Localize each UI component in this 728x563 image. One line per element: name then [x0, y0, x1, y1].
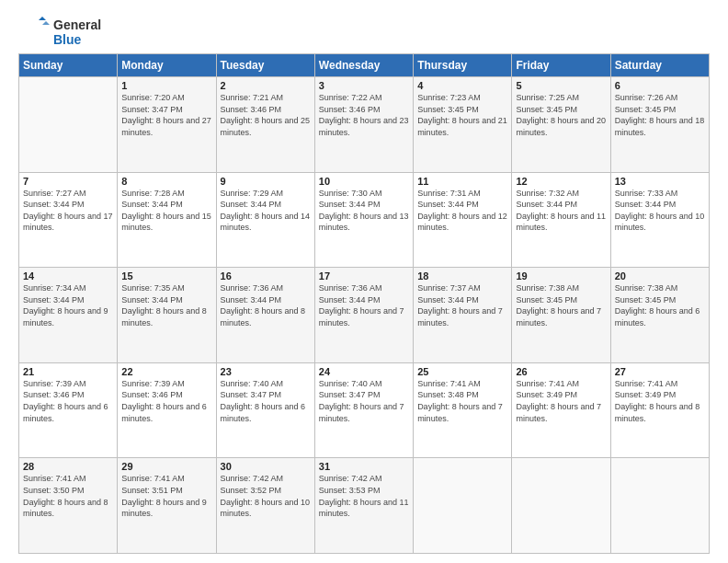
day-number: 9 [221, 176, 311, 187]
day-info: Sunrise: 7:38 AMSunset: 3:45 PMDaylight:… [516, 282, 606, 328]
logo-general-text: General [53, 17, 101, 32]
day-number: 2 [221, 80, 311, 91]
day-info: Sunrise: 7:29 AMSunset: 3:44 PMDaylight:… [221, 188, 311, 234]
day-number: 21 [23, 366, 113, 377]
day-info: Sunrise: 7:27 AMSunset: 3:44 PMDaylight:… [23, 188, 113, 234]
calendar-cell [512, 458, 610, 554]
calendar-cell: 7Sunrise: 7:27 AMSunset: 3:44 PMDaylight… [19, 172, 118, 268]
day-number: 26 [516, 366, 606, 377]
calendar-cell: 31Sunrise: 7:42 AMSunset: 3:53 PMDayligh… [314, 458, 413, 554]
calendar-cell: 18Sunrise: 7:37 AMSunset: 3:44 PMDayligh… [414, 268, 512, 363]
day-number: 20 [615, 270, 705, 282]
day-info: Sunrise: 7:39 AMSunset: 3:46 PMDaylight:… [121, 378, 211, 424]
day-number: 29 [121, 461, 211, 472]
weekday-header: Saturday [610, 54, 709, 77]
day-number: 10 [319, 176, 409, 187]
day-number: 13 [615, 176, 705, 187]
day-number: 17 [319, 270, 409, 282]
calendar-cell: 2Sunrise: 7:21 AMSunset: 3:46 PMDaylight… [216, 77, 314, 173]
day-number: 22 [121, 366, 211, 377]
day-info: Sunrise: 7:42 AMSunset: 3:52 PMDaylight:… [221, 473, 311, 519]
day-info: Sunrise: 7:39 AMSunset: 3:46 PMDaylight:… [23, 378, 113, 424]
day-number: 30 [221, 461, 311, 472]
day-info: Sunrise: 7:41 AMSunset: 3:48 PMDaylight:… [417, 378, 507, 424]
day-info: Sunrise: 7:34 AMSunset: 3:44 PMDaylight:… [23, 282, 113, 328]
day-number: 23 [221, 366, 311, 377]
calendar-cell [414, 458, 512, 554]
day-info: Sunrise: 7:42 AMSunset: 3:53 PMDaylight:… [319, 473, 409, 519]
calendar-cell: 11Sunrise: 7:31 AMSunset: 3:44 PMDayligh… [414, 172, 512, 268]
weekday-header: Sunday [19, 54, 118, 77]
logo: GeneralBlue [18, 17, 101, 48]
calendar-header-row: SundayMondayTuesdayWednesdayThursdayFrid… [19, 54, 710, 77]
calendar-cell: 1Sunrise: 7:20 AMSunset: 3:47 PMDaylight… [118, 77, 216, 173]
calendar-cell: 22Sunrise: 7:39 AMSunset: 3:46 PMDayligh… [118, 362, 216, 458]
calendar-cell: 20Sunrise: 7:38 AMSunset: 3:45 PMDayligh… [610, 268, 709, 363]
calendar-cell: 24Sunrise: 7:40 AMSunset: 3:47 PMDayligh… [314, 362, 413, 458]
day-number: 19 [516, 270, 606, 282]
calendar-cell: 29Sunrise: 7:41 AMSunset: 3:51 PMDayligh… [118, 458, 216, 554]
day-info: Sunrise: 7:21 AMSunset: 3:46 PMDaylight:… [221, 92, 311, 138]
calendar-cell: 3Sunrise: 7:22 AMSunset: 3:46 PMDaylight… [314, 77, 413, 173]
svg-marker-1 [42, 21, 50, 25]
header: GeneralBlue [18, 17, 710, 48]
day-number: 31 [319, 461, 409, 472]
calendar-week-row: 1Sunrise: 7:20 AMSunset: 3:47 PMDaylight… [19, 77, 710, 173]
day-info: Sunrise: 7:40 AMSunset: 3:47 PMDaylight:… [319, 378, 409, 424]
day-number: 16 [221, 270, 311, 282]
calendar-cell: 26Sunrise: 7:41 AMSunset: 3:49 PMDayligh… [512, 362, 610, 458]
calendar-cell: 23Sunrise: 7:40 AMSunset: 3:47 PMDayligh… [216, 362, 314, 458]
calendar-cell: 9Sunrise: 7:29 AMSunset: 3:44 PMDaylight… [216, 172, 314, 268]
day-number: 12 [516, 176, 606, 187]
day-info: Sunrise: 7:40 AMSunset: 3:47 PMDaylight:… [221, 378, 311, 424]
calendar-cell: 12Sunrise: 7:32 AMSunset: 3:44 PMDayligh… [512, 172, 610, 268]
day-info: Sunrise: 7:30 AMSunset: 3:44 PMDaylight:… [319, 188, 409, 234]
day-info: Sunrise: 7:26 AMSunset: 3:45 PMDaylight:… [615, 92, 705, 138]
day-info: Sunrise: 7:41 AMSunset: 3:50 PMDaylight:… [23, 473, 113, 519]
calendar-week-row: 28Sunrise: 7:41 AMSunset: 3:50 PMDayligh… [19, 458, 710, 554]
calendar-cell: 28Sunrise: 7:41 AMSunset: 3:50 PMDayligh… [19, 458, 118, 554]
calendar-week-row: 21Sunrise: 7:39 AMSunset: 3:46 PMDayligh… [19, 362, 710, 458]
day-info: Sunrise: 7:41 AMSunset: 3:51 PMDaylight:… [121, 473, 211, 519]
calendar-cell: 14Sunrise: 7:34 AMSunset: 3:44 PMDayligh… [19, 268, 118, 363]
svg-marker-0 [39, 17, 46, 20]
day-info: Sunrise: 7:33 AMSunset: 3:44 PMDaylight:… [615, 188, 705, 234]
day-info: Sunrise: 7:25 AMSunset: 3:45 PMDaylight:… [516, 92, 606, 138]
weekday-header: Monday [118, 54, 216, 77]
calendar-cell [610, 458, 709, 554]
calendar-cell [19, 77, 118, 173]
weekday-header: Wednesday [314, 54, 413, 77]
day-number: 25 [417, 366, 507, 377]
calendar-cell: 10Sunrise: 7:30 AMSunset: 3:44 PMDayligh… [314, 172, 413, 268]
calendar-cell: 6Sunrise: 7:26 AMSunset: 3:45 PMDaylight… [610, 77, 709, 173]
day-number: 18 [417, 270, 507, 282]
day-number: 27 [615, 366, 705, 377]
calendar-cell: 21Sunrise: 7:39 AMSunset: 3:46 PMDayligh… [19, 362, 118, 458]
calendar-cell: 25Sunrise: 7:41 AMSunset: 3:48 PMDayligh… [414, 362, 512, 458]
calendar-week-row: 14Sunrise: 7:34 AMSunset: 3:44 PMDayligh… [19, 268, 710, 363]
calendar-cell: 4Sunrise: 7:23 AMSunset: 3:45 PMDaylight… [414, 77, 512, 173]
day-number: 4 [417, 80, 507, 91]
day-info: Sunrise: 7:35 AMSunset: 3:44 PMDaylight:… [121, 282, 211, 328]
calendar-week-row: 7Sunrise: 7:27 AMSunset: 3:44 PMDaylight… [19, 172, 710, 268]
calendar-cell: 15Sunrise: 7:35 AMSunset: 3:44 PMDayligh… [118, 268, 216, 363]
day-info: Sunrise: 7:23 AMSunset: 3:45 PMDaylight:… [417, 92, 507, 138]
logo-svg [18, 17, 50, 48]
calendar: SundayMondayTuesdayWednesdayThursdayFrid… [18, 53, 710, 554]
weekday-header: Tuesday [216, 54, 314, 77]
day-number: 15 [121, 270, 211, 282]
day-info: Sunrise: 7:36 AMSunset: 3:44 PMDaylight:… [221, 282, 311, 328]
day-info: Sunrise: 7:36 AMSunset: 3:44 PMDaylight:… [319, 282, 409, 328]
day-info: Sunrise: 7:38 AMSunset: 3:45 PMDaylight:… [615, 282, 705, 328]
day-info: Sunrise: 7:37 AMSunset: 3:44 PMDaylight:… [417, 282, 507, 328]
day-number: 3 [319, 80, 409, 91]
day-info: Sunrise: 7:20 AMSunset: 3:47 PMDaylight:… [121, 92, 211, 138]
day-number: 11 [417, 176, 507, 187]
day-number: 6 [615, 80, 705, 91]
calendar-cell: 17Sunrise: 7:36 AMSunset: 3:44 PMDayligh… [314, 268, 413, 363]
page: GeneralBlue SundayMondayTuesdayWednesday… [0, 0, 728, 563]
day-info: Sunrise: 7:31 AMSunset: 3:44 PMDaylight:… [417, 188, 507, 234]
day-info: Sunrise: 7:22 AMSunset: 3:46 PMDaylight:… [319, 92, 409, 138]
weekday-header: Thursday [414, 54, 512, 77]
calendar-cell: 5Sunrise: 7:25 AMSunset: 3:45 PMDaylight… [512, 77, 610, 173]
